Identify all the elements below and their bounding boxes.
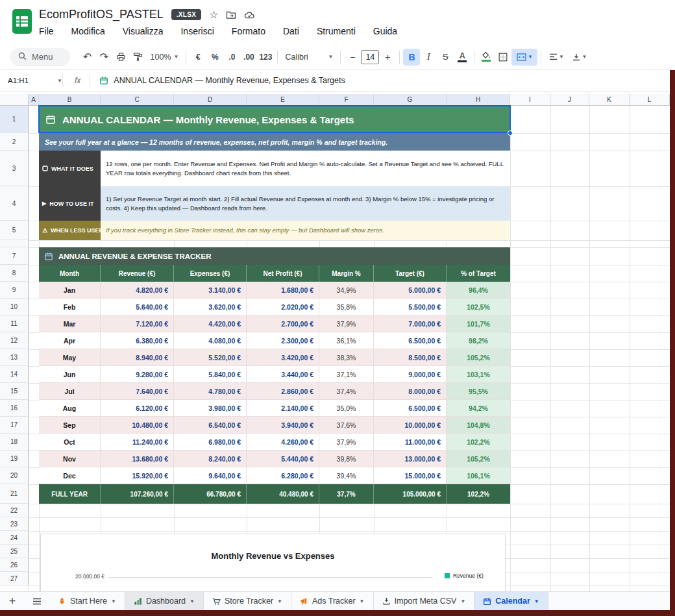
margin-cell[interactable]: 35,0% bbox=[319, 400, 374, 416]
italic-button[interactable]: I bbox=[420, 49, 437, 66]
pct-target-cell[interactable]: 105,2% bbox=[447, 450, 510, 467]
target-cell[interactable]: 6.500,00 € bbox=[374, 400, 447, 416]
margin-cell[interactable]: 37,4% bbox=[319, 383, 374, 399]
row-header-23[interactable]: 23 bbox=[0, 517, 29, 531]
expenses-cell[interactable]: 5.520,00 € bbox=[174, 349, 247, 365]
menu-strumenti[interactable]: Strumenti bbox=[315, 25, 357, 38]
target-cell[interactable]: 8.500,00 € bbox=[374, 349, 447, 365]
revenue-cell[interactable]: 7.120,00 € bbox=[101, 315, 174, 332]
target-cell[interactable]: 8.000,00 € bbox=[374, 383, 447, 399]
tab-import-meta-csv[interactable]: Import Meta CSV ▼ bbox=[374, 592, 475, 610]
target-cell[interactable]: 6.500,00 € bbox=[374, 332, 447, 349]
revenue-cell[interactable]: 10.480,00 € bbox=[101, 417, 174, 433]
target-cell[interactable]: 7.000,00 € bbox=[374, 315, 447, 332]
margin-cell[interactable]: 37,9% bbox=[319, 315, 374, 332]
undo-button[interactable]: ↶ bbox=[79, 49, 96, 66]
col-header-net-profit[interactable]: Net Profit (€) bbox=[247, 265, 319, 282]
month-cell[interactable]: Sep bbox=[39, 417, 101, 433]
what-it-does-content[interactable]: 12 rows, one per month. Enter Revenue an… bbox=[101, 151, 510, 186]
revenue-cell[interactable]: 7.640,00 € bbox=[101, 383, 174, 399]
redo-button[interactable]: ↷ bbox=[96, 49, 113, 66]
margin-cell[interactable]: 35,8% bbox=[319, 299, 374, 315]
merge-cells-button[interactable]: ▼ bbox=[511, 49, 537, 66]
increase-font-size-button[interactable]: + bbox=[379, 49, 396, 66]
month-cell[interactable]: Jul bbox=[39, 383, 101, 399]
row-header-18[interactable]: 18 bbox=[0, 434, 29, 450]
star-icon[interactable]: ☆ bbox=[209, 8, 218, 21]
net-profit-cell[interactable]: 2.300,00 € bbox=[247, 332, 319, 349]
col-header-pct-target[interactable]: % of Target bbox=[447, 265, 510, 282]
row-header-15[interactable]: 15 bbox=[0, 383, 29, 400]
row-header-2[interactable]: 2 bbox=[0, 133, 29, 151]
embedded-chart[interactable]: Monthly Revenue vs Expenses 20.000,00 € … bbox=[40, 534, 506, 591]
row-header-1[interactable]: 1 bbox=[0, 106, 29, 133]
margin-cell[interactable]: 36,1% bbox=[319, 332, 374, 349]
menu-guida[interactable]: Guida bbox=[372, 25, 399, 38]
print-button[interactable] bbox=[113, 49, 130, 66]
column-header-G[interactable]: G bbox=[374, 94, 447, 106]
target-cell[interactable]: 5.500,00 € bbox=[374, 299, 447, 315]
revenue-cell[interactable]: 9.280,00 € bbox=[101, 366, 174, 382]
pct-target-cell[interactable]: 95,5% bbox=[447, 383, 510, 399]
row-header-27[interactable]: 27 bbox=[0, 572, 29, 585]
month-cell[interactable]: Feb bbox=[39, 299, 101, 315]
col-header-target[interactable]: Target (€) bbox=[374, 265, 447, 282]
table-row[interactable]: Mar 7.120,00 € 4.420,00 € 2.700,00 € 37,… bbox=[39, 315, 510, 332]
net-profit-cell[interactable]: 4.260,00 € bbox=[247, 434, 319, 450]
menu-formato[interactable]: Formato bbox=[230, 25, 267, 38]
formula-input[interactable]: ANNUAL CALENDAR — Monthly Revenue, Expen… bbox=[99, 76, 345, 85]
column-header-D[interactable]: D bbox=[174, 94, 247, 106]
target-cell[interactable]: 10.000,00 € bbox=[374, 417, 447, 433]
pct-target-cell[interactable]: 106,1% bbox=[447, 467, 510, 484]
when-less-useful-content[interactable]: If you track everything in Store Tracker… bbox=[101, 221, 510, 240]
tab-store-tracker[interactable]: Store Tracker ▼ bbox=[204, 592, 291, 610]
chevron-down-icon[interactable]: ▼ bbox=[460, 598, 465, 604]
document-title[interactable]: EcomProfitOS_PASTEL bbox=[39, 8, 164, 21]
margin-cell[interactable]: 37,9% bbox=[319, 434, 374, 450]
expenses-cell[interactable]: 3.980,00 € bbox=[174, 400, 247, 416]
pct-target-cell[interactable]: 96,4% bbox=[447, 282, 510, 298]
net-profit-cell[interactable]: 3.420,00 € bbox=[247, 349, 319, 365]
expenses-cell[interactable]: 4.080,00 € bbox=[174, 332, 247, 349]
menu-visualizza[interactable]: Visualizza bbox=[121, 25, 165, 38]
menu-inserisci[interactable]: Inserisci bbox=[179, 25, 215, 38]
column-header-K[interactable]: K bbox=[589, 94, 630, 106]
font-select[interactable]: Calibri▼ bbox=[281, 49, 337, 66]
expenses-cell[interactable]: 6.980,00 € bbox=[174, 434, 247, 450]
how-to-use-content[interactable]: 1) Set your Revenue Target at month star… bbox=[101, 186, 510, 221]
revenue-cell[interactable]: 8.940,00 € bbox=[101, 349, 174, 365]
percent-format-button[interactable]: % bbox=[206, 49, 223, 66]
margin-cell[interactable]: 37,1% bbox=[319, 366, 374, 382]
full-year-expenses[interactable]: 66.780,00 € bbox=[174, 484, 247, 504]
when-less-useful-label[interactable]: ⚠ WHEN LESS USEFUL bbox=[39, 221, 101, 240]
expenses-cell[interactable]: 3.620,00 € bbox=[174, 299, 247, 315]
revenue-cell[interactable]: 6.380,00 € bbox=[101, 332, 174, 349]
pct-target-cell[interactable]: 104,8% bbox=[447, 417, 510, 433]
select-all-corner[interactable] bbox=[0, 94, 29, 106]
table-row[interactable]: Oct 11.240,00 € 6.980,00 € 4.260,00 € 37… bbox=[39, 434, 510, 450]
text-color-button[interactable]: A bbox=[454, 49, 471, 66]
month-cell[interactable]: Apr bbox=[39, 332, 101, 349]
full-year-target[interactable]: 105.000,00 € bbox=[374, 484, 447, 504]
what-it-does-label[interactable]: WHAT IT DOES bbox=[39, 151, 101, 186]
table-row[interactable]: Apr 6.380,00 € 4.080,00 € 2.300,00 € 36,… bbox=[39, 332, 510, 349]
chevron-down-icon[interactable]: ▼ bbox=[111, 598, 116, 604]
row-header-9[interactable]: 9 bbox=[0, 282, 29, 299]
expenses-cell[interactable]: 4.420,00 € bbox=[174, 315, 247, 332]
full-year-label[interactable]: FULL YEAR bbox=[39, 484, 101, 504]
month-cell[interactable]: Aug bbox=[39, 400, 101, 416]
cloud-status-icon[interactable] bbox=[244, 10, 255, 19]
revenue-cell[interactable]: 5.640,00 € bbox=[101, 299, 174, 315]
column-header-F[interactable]: F bbox=[319, 94, 374, 106]
selection-fill-handle[interactable] bbox=[508, 130, 513, 136]
net-profit-cell[interactable]: 3.940,00 € bbox=[247, 417, 319, 433]
increase-decimals-button[interactable]: .00 bbox=[240, 49, 257, 66]
margin-cell[interactable]: 39,4% bbox=[319, 467, 374, 484]
row-header-7[interactable]: 7 bbox=[0, 247, 29, 265]
pct-target-cell[interactable]: 102,2% bbox=[447, 434, 510, 450]
month-cell[interactable]: Dec bbox=[39, 467, 101, 484]
name-box[interactable]: A1:H1 ▼ bbox=[0, 77, 62, 84]
row-header-5[interactable]: 5 bbox=[0, 221, 29, 240]
full-year-revenue[interactable]: 107.260,00 € bbox=[101, 484, 174, 504]
revenue-cell[interactable]: 13.680,00 € bbox=[101, 450, 174, 467]
